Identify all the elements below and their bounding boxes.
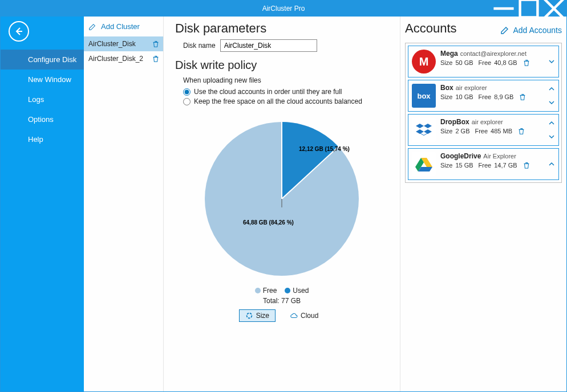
main-panel: Disk parameters Disk name Disk write pol…: [164, 17, 400, 391]
arrow-left-icon: [14, 27, 23, 36]
maximize-button[interactable]: [516, 1, 541, 17]
cluster-list: Add Cluster AirCluster_Disk AirCluster_D…: [84, 17, 164, 391]
box-icon: box: [412, 84, 436, 108]
free-label: Free: [479, 59, 492, 66]
pie-free-label: 64,88 GB (84,26 %): [243, 219, 294, 226]
cluster-item[interactable]: AirCluster_Disk_2: [84, 51, 163, 66]
pie-used-label: 12,12 GB (15,74 %): [299, 146, 350, 152]
cloud-icon: [290, 312, 298, 320]
policy-option-label: Keep the free space on all the cloud acc…: [194, 97, 362, 105]
trash-icon[interactable]: [152, 40, 160, 48]
disk-name-input[interactable]: [220, 39, 317, 52]
add-accounts-label: Add Accounts: [513, 26, 562, 35]
add-cluster-label: Add Cluster: [101, 22, 140, 31]
policy-option-label: Use the cloud accounts in order until th…: [194, 88, 342, 96]
svg-point-9: [246, 313, 252, 318]
trash-icon[interactable]: [523, 161, 530, 169]
account-user: Air Explorer: [483, 153, 516, 160]
nav-options[interactable]: Options: [1, 109, 84, 129]
add-cluster-button[interactable]: Add Cluster: [84, 17, 163, 36]
toggle-size[interactable]: Size: [239, 309, 276, 322]
size-value: 10 GB: [455, 93, 473, 100]
toggle-cloud-label: Cloud: [301, 312, 318, 320]
legend-free: Free: [255, 287, 277, 295]
trash-icon[interactable]: [519, 93, 526, 101]
size-label: Size: [440, 93, 452, 100]
app-window: AirCluster Pro Configure Disk New Window…: [0, 0, 567, 392]
chart-legend: Free Used: [255, 287, 309, 295]
account-card-googledrive[interactable]: GoogleDriveAir Explorer Size15 GB Free14…: [408, 148, 559, 180]
nav-logs[interactable]: Logs: [1, 89, 84, 109]
size-label: Size: [440, 162, 452, 169]
legend-used: Used: [285, 287, 309, 295]
chevron-down-icon[interactable]: [548, 99, 555, 106]
nav-help[interactable]: Help: [1, 129, 84, 149]
chevron-up-icon[interactable]: [548, 120, 555, 126]
free-label: Free: [479, 162, 492, 169]
policy-title: Disk write policy: [175, 59, 388, 72]
app-title: AirCluster Pro: [262, 5, 305, 13]
account-body: GoogleDriveAir Explorer Size15 GB Free14…: [440, 152, 542, 176]
toggle-size-label: Size: [256, 312, 269, 320]
mega-icon: M: [412, 50, 436, 74]
policy-radio-balanced[interactable]: [183, 98, 191, 105]
free-label: Free: [479, 93, 492, 100]
pie-chart-wrap: 12,12 GB (15,74 %) 64,88 GB (84,26 %) Fr…: [175, 113, 388, 322]
account-card-dropbox[interactable]: DropBoxair explorer Size2 GB Free485 MB: [408, 114, 559, 146]
size-value: 50 GB: [455, 59, 473, 66]
account-name: Box: [440, 84, 453, 92]
pie-chart: 12,12 GB (15,74 %) 64,88 GB (84,26 %): [196, 113, 367, 284]
sidebar: Configure Disk New Window Logs Options H…: [1, 17, 84, 391]
pencil-icon: [500, 26, 509, 35]
cluster-name: AirCluster_Disk: [88, 40, 136, 48]
legend-dot-free: [255, 288, 261, 293]
close-button[interactable]: [541, 1, 566, 17]
account-name: GoogleDrive: [440, 152, 481, 160]
size-label: Size: [440, 128, 452, 134]
trash-icon[interactable]: [152, 55, 160, 63]
size-value: 2 GB: [455, 128, 469, 134]
nav-configure-disk[interactable]: Configure Disk: [1, 50, 84, 70]
cluster-item[interactable]: AirCluster_Disk: [84, 36, 163, 51]
params-title: Disk parameters: [175, 21, 388, 36]
accounts-panel: Accounts Add Accounts M Megacontact@aire…: [400, 17, 566, 391]
disk-name-label: Disk name: [183, 42, 216, 50]
size-value: 15 GB: [455, 162, 473, 169]
policy-option-balanced[interactable]: Keep the free space on all the cloud acc…: [183, 97, 388, 105]
chevron-up-icon[interactable]: [548, 85, 555, 92]
account-user: contact@airexplorer.net: [460, 50, 526, 57]
dropbox-icon: [412, 118, 436, 142]
legend-used-label: Used: [293, 287, 309, 295]
size-label: Size: [440, 59, 452, 66]
trash-icon[interactable]: [517, 127, 525, 135]
account-card-mega[interactable]: M Megacontact@airexplorer.net Size50 GB …: [408, 46, 559, 77]
minimize-button[interactable]: [491, 1, 516, 17]
view-toggle: Size Cloud: [239, 309, 325, 322]
toggle-cloud[interactable]: Cloud: [284, 309, 325, 322]
cluster-name: AirCluster_Disk_2: [88, 55, 143, 63]
ring-icon: [245, 312, 253, 320]
back-button[interactable]: [9, 21, 29, 42]
policy-option-order[interactable]: Use the cloud accounts in order until th…: [183, 88, 388, 96]
policy-radio-order[interactable]: [183, 88, 191, 96]
account-user: air explorer: [472, 119, 503, 125]
chevron-up-icon[interactable]: [548, 161, 555, 168]
content: Configure Disk New Window Logs Options H…: [1, 17, 566, 391]
account-body: DropBoxair explorer Size2 GB Free485 MB: [440, 118, 542, 142]
chevron-down-icon[interactable]: [548, 58, 555, 65]
total-label: Total: 77 GB: [263, 297, 301, 305]
account-body: Boxair explorer Size10 GB Free8,9 GB: [440, 84, 542, 108]
policy-subhead: When uploading new files: [183, 76, 388, 84]
legend-free-label: Free: [263, 287, 277, 295]
trash-icon[interactable]: [523, 59, 530, 67]
add-accounts-button[interactable]: Add Accounts: [500, 26, 562, 35]
legend-dot-used: [285, 288, 290, 293]
free-value: 8,9 GB: [494, 93, 513, 100]
account-user: air explorer: [456, 84, 487, 91]
nav-new-window[interactable]: New Window: [1, 70, 84, 89]
free-value: 485 MB: [491, 128, 512, 134]
free-value: 40,8 GB: [494, 59, 517, 66]
account-card-box[interactable]: box Boxair explorer Size10 GB Free8,9 GB: [408, 80, 559, 112]
free-label: Free: [475, 128, 488, 134]
chevron-down-icon[interactable]: [548, 133, 555, 140]
